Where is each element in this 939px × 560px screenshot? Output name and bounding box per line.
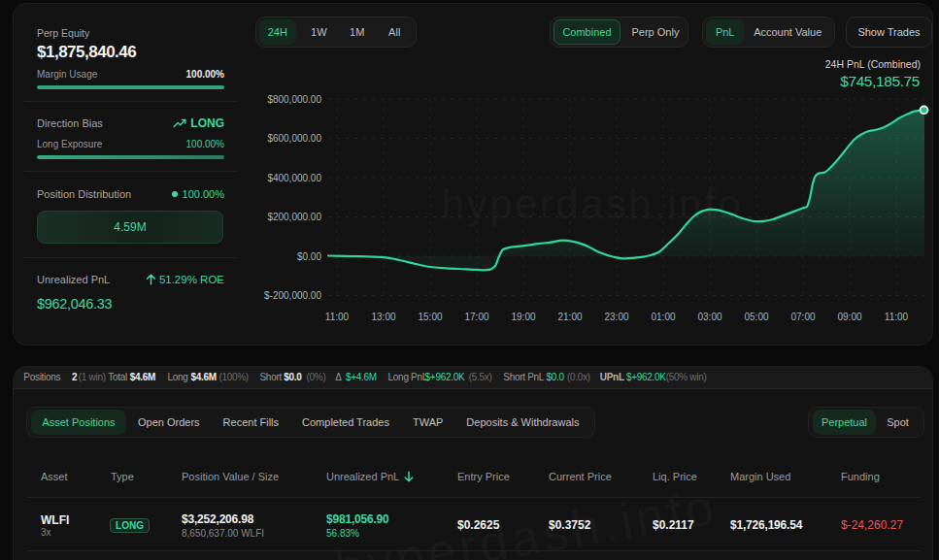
- svg-text:$400,000.00: $400,000.00: [267, 173, 321, 183]
- svg-text:$600,000.00: $600,000.00: [267, 133, 321, 144]
- svg-text:17:00: 17:00: [464, 312, 488, 322]
- svg-text:15:00: 15:00: [418, 312, 442, 322]
- svg-text:11:00: 11:00: [325, 312, 350, 322]
- svg-text:05:00: 05:00: [744, 312, 768, 322]
- svg-text:03:00: 03:00: [697, 312, 721, 322]
- svg-text:19:00: 19:00: [511, 312, 535, 322]
- svg-text:11:00: 11:00: [885, 312, 909, 322]
- svg-text:23:00: 23:00: [604, 312, 628, 322]
- svg-text:$-200,000.00: $-200,000.00: [264, 290, 321, 301]
- svg-text:$745,185.75: $745,185.75: [840, 73, 920, 89]
- svg-text:09:00: 09:00: [837, 312, 861, 322]
- svg-text:$0.00: $0.00: [297, 251, 321, 262]
- svg-text:01:00: 01:00: [651, 312, 675, 322]
- svg-text:13:00: 13:00: [371, 312, 395, 322]
- svg-text:$800,000.00: $800,000.00: [267, 94, 321, 105]
- svg-text:24H PnL (Combined): 24H PnL (Combined): [825, 58, 921, 70]
- svg-text:21:00: 21:00: [557, 312, 582, 322]
- svg-text:$200,000.00: $200,000.00: [267, 212, 321, 222]
- svg-text:07:00: 07:00: [790, 312, 815, 322]
